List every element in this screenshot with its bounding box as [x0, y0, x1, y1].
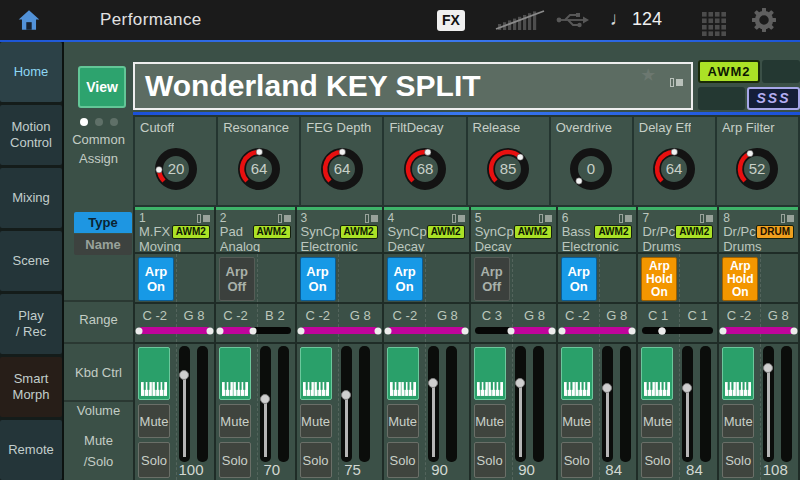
grid-menu-icon[interactable]: [702, 12, 726, 36]
knob-overdrive[interactable]: Overdrive0: [551, 117, 634, 207]
kbd-ctrl-button-part-2[interactable]: [219, 347, 251, 400]
solo-button-part-7[interactable]: Solo: [641, 442, 673, 478]
volume-fader-part-2[interactable]: [260, 346, 271, 462]
part-header-2[interactable]: 2PadAWM2Analog: [216, 207, 295, 252]
volume-fader-part-3[interactable]: [341, 346, 352, 462]
note-range-part-6[interactable]: C -2G 8: [558, 302, 637, 342]
fader-thumb[interactable]: [341, 390, 351, 400]
knob-delay-eff[interactable]: Delay Eff64: [634, 117, 717, 207]
knob-cutoff[interactable]: Cutoff20: [135, 117, 218, 207]
knob-dial[interactable]: 20: [147, 135, 205, 199]
part-header-8[interactable]: 8Dr/PcDRUMDrums: [719, 207, 798, 252]
volume-fader-part-1[interactable]: [179, 346, 190, 462]
favorite-star-icon[interactable]: ★: [642, 66, 655, 84]
note-range-part-2[interactable]: C -2B 2: [216, 302, 295, 342]
knob-release[interactable]: Release85: [468, 117, 551, 207]
solo-button-part-5[interactable]: Solo: [474, 442, 506, 478]
part-header-7[interactable]: 7Dr/PcAWM2Drums: [638, 207, 717, 252]
arp-button-part-6[interactable]: ArpOn: [561, 257, 597, 301]
note-range-part-5[interactable]: C 3G 8: [471, 302, 556, 342]
solo-button-part-1[interactable]: Solo: [138, 442, 170, 478]
part-header-5[interactable]: 5SynCpAWM2Decay: [471, 207, 556, 252]
fader-thumb[interactable]: [179, 370, 189, 380]
kbd-ctrl-button-part-4[interactable]: [387, 347, 419, 400]
fx-badge[interactable]: FX: [437, 10, 465, 31]
solo-button-part-8[interactable]: Solo: [722, 442, 754, 478]
part-header-3[interactable]: 3SynCpAWM2Electronic: [297, 207, 382, 252]
sidebar-item-smart-morph[interactable]: SmartMorph: [0, 357, 62, 417]
mute-button-part-7[interactable]: Mute: [641, 404, 673, 438]
fader-thumb[interactable]: [763, 363, 773, 373]
solo-button-part-4[interactable]: Solo: [387, 442, 419, 478]
page-dots[interactable]: [80, 118, 118, 126]
fader-thumb[interactable]: [602, 383, 612, 393]
knob-dial[interactable]: 0: [562, 135, 620, 199]
sidebar-item-motion-control[interactable]: MotionControl: [0, 105, 62, 165]
solo-button-part-3[interactable]: Solo: [300, 442, 332, 478]
solo-button-part-6[interactable]: Solo: [561, 442, 593, 478]
gear-icon[interactable]: [752, 8, 776, 32]
view-button[interactable]: View: [78, 66, 126, 108]
volume-fader-part-8[interactable]: [763, 346, 774, 462]
mute-button-part-2[interactable]: Mute: [219, 404, 251, 438]
note-range-part-3[interactable]: C -2G 8: [297, 302, 382, 342]
knob-dial[interactable]: 64: [230, 135, 288, 199]
arp-button-part-2[interactable]: ArpOff: [219, 257, 255, 301]
arp-button-part-4[interactable]: ArpOn: [387, 257, 423, 301]
knob-dial[interactable]: 68: [396, 135, 454, 199]
kbd-ctrl-button-part-8[interactable]: [722, 347, 754, 400]
tempo-value[interactable]: 124: [632, 9, 662, 30]
volume-fader-part-6[interactable]: [602, 346, 613, 462]
part-header-1[interactable]: 1M.FXAWM2Moving: [135, 207, 214, 252]
note-range-part-7[interactable]: C 1C 1: [638, 302, 717, 342]
fader-thumb[interactable]: [428, 378, 438, 388]
note-range-part-4[interactable]: C -2G 8: [384, 302, 469, 342]
type-tab[interactable]: Type: [74, 212, 132, 233]
sidebar-item-home[interactable]: Home: [0, 42, 62, 102]
page-dot-3[interactable]: [110, 118, 118, 126]
knob-dial[interactable]: 64: [645, 135, 703, 199]
mute-button-part-1[interactable]: Mute: [138, 404, 170, 438]
knob-feg-depth[interactable]: FEG Depth64: [301, 117, 384, 207]
home-icon[interactable]: [16, 7, 42, 33]
knob-dial[interactable]: 64: [313, 135, 371, 199]
arp-button-part-5[interactable]: ArpOff: [474, 257, 510, 301]
fader-bypass-icon[interactable]: [494, 8, 548, 32]
sidebar-item-play-rec[interactable]: Play/ Rec: [0, 294, 62, 354]
kbd-ctrl-button-part-7[interactable]: [641, 347, 673, 400]
sidebar-item-scene[interactable]: Scene: [0, 231, 62, 291]
note-range-part-1[interactable]: C -2G 8: [135, 302, 214, 342]
solo-button-part-2[interactable]: Solo: [219, 442, 251, 478]
knob-arp-filter[interactable]: Arp Filter52: [717, 117, 800, 207]
performance-name-box[interactable]: Wonderland KEY SPLIT ★: [133, 62, 693, 110]
knob-dial[interactable]: 52: [728, 135, 786, 199]
kbd-ctrl-button-part-3[interactable]: [300, 347, 332, 400]
fader-thumb[interactable]: [682, 383, 692, 393]
kbd-ctrl-button-part-6[interactable]: [561, 347, 593, 400]
fader-thumb[interactable]: [515, 378, 525, 388]
arp-button-part-7[interactable]: ArpHoldOn: [641, 257, 677, 301]
mute-button-part-3[interactable]: Mute: [300, 404, 332, 438]
page-dot-2[interactable]: [95, 118, 103, 126]
knob-resonance[interactable]: Resonance64: [218, 117, 301, 207]
knob-dial[interactable]: 85: [479, 135, 537, 199]
arp-button-part-1[interactable]: ArpOn: [138, 257, 174, 301]
volume-fader-part-7[interactable]: [682, 346, 693, 462]
kbd-ctrl-button-part-5[interactable]: [474, 347, 506, 400]
kbd-ctrl-button-part-1[interactable]: [138, 347, 170, 400]
sidebar-item-mixing[interactable]: Mixing: [0, 168, 62, 228]
part-header-6[interactable]: 6BassAWM2Electronic: [558, 207, 637, 252]
mute-button-part-6[interactable]: Mute: [561, 404, 593, 438]
mute-button-part-4[interactable]: Mute: [387, 404, 419, 438]
arp-button-part-8[interactable]: ArpHoldOn: [722, 257, 758, 301]
volume-fader-part-5[interactable]: [515, 346, 526, 462]
volume-fader-part-4[interactable]: [428, 346, 439, 462]
mute-button-part-5[interactable]: Mute: [474, 404, 506, 438]
part-header-4[interactable]: 4SynCpAWM2Decay: [384, 207, 469, 252]
mute-button-part-8[interactable]: Mute: [722, 404, 754, 438]
note-range-part-8[interactable]: C -2G 8: [719, 302, 798, 342]
sidebar-item-remote[interactable]: Remote: [0, 420, 62, 480]
page-dot-1[interactable]: [80, 118, 88, 126]
arp-button-part-3[interactable]: ArpOn: [300, 257, 336, 301]
knob-filtdecay[interactable]: FiltDecay68: [384, 117, 467, 207]
